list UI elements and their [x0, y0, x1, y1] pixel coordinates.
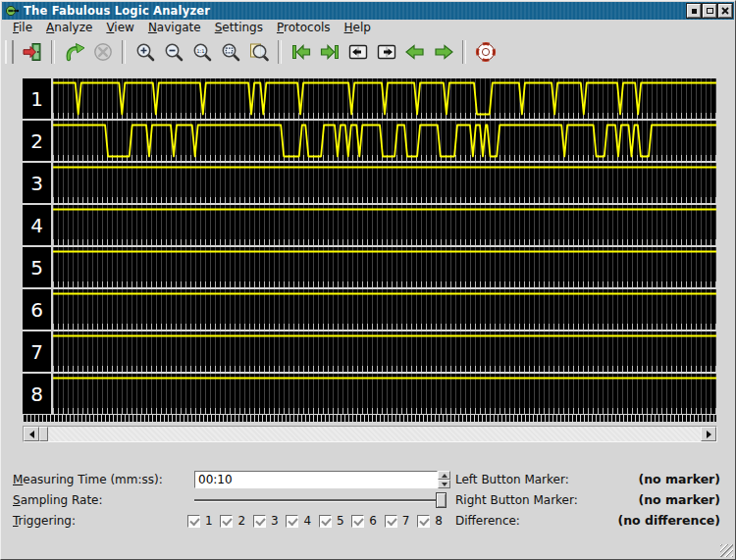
resize-grip[interactable]	[720, 544, 733, 557]
channel-label: 8	[23, 374, 51, 414]
zoom-in-button[interactable]	[131, 38, 158, 65]
right-marker-label: Right Button Marker:	[455, 491, 578, 509]
measuring-time-spinbox	[194, 471, 450, 488]
checkbox-label: 1	[205, 514, 213, 528]
difference-label: Difference:	[455, 512, 520, 530]
scroll-right-icon[interactable]	[701, 427, 716, 441]
page-left-button[interactable]	[344, 38, 371, 65]
menu-analyze[interactable]: Analyze	[39, 20, 99, 35]
quit-button[interactable]	[19, 38, 45, 65]
checkbox-icon[interactable]	[253, 515, 266, 528]
channel-waveform[interactable]	[53, 121, 716, 161]
channel-row-1: 1	[23, 78, 716, 119]
trigger-checkbox-2[interactable]: 2	[220, 514, 245, 528]
checkbox-icon[interactable]	[286, 515, 298, 528]
trigger-checkbox-8[interactable]: 8	[417, 514, 443, 528]
toolbar-separator	[51, 40, 55, 64]
zoom-original-button[interactable]: 1:1	[188, 38, 215, 65]
channel-row-8: 8	[23, 374, 716, 414]
checkbox-label: 8	[435, 514, 443, 528]
trigger-checkbox-4[interactable]: 4	[286, 514, 311, 528]
checkbox-label: 4	[303, 514, 311, 528]
channel-label: 3	[23, 163, 51, 203]
left-marker-label: Left Button Marker:	[455, 471, 569, 488]
menu-help[interactable]: Help	[338, 20, 378, 35]
window-title: The Fabulous Logic Analyzer	[24, 4, 210, 18]
toolbar-separator	[462, 40, 466, 64]
slider-track	[194, 499, 446, 502]
app-window: The Fabulous Logic Analyzer FileAnalyzeV…	[0, 0, 736, 560]
page-right-button[interactable]	[373, 38, 399, 65]
toolbar-drag-handle[interactable]	[5, 40, 14, 64]
trigger-channel-checkboxes: 12345678	[187, 512, 443, 530]
menu-navigate[interactable]: Navigate	[141, 20, 208, 35]
scrollbar-thumb[interactable]	[39, 427, 48, 441]
menu-file[interactable]: File	[6, 20, 39, 35]
trigger-checkbox-7[interactable]: 7	[385, 514, 410, 528]
go-last-button[interactable]	[316, 38, 342, 65]
scroll-left-icon[interactable]	[24, 427, 39, 441]
channel-row-5: 5	[23, 247, 716, 287]
timeline-tick-strip	[23, 415, 716, 422]
checkbox-label: 5	[337, 514, 344, 528]
trigger-checkbox-6[interactable]: 6	[351, 514, 377, 528]
minimize-icon[interactable]	[687, 4, 701, 18]
channel-row-7: 7	[23, 331, 716, 372]
help-button[interactable]	[472, 38, 499, 65]
stop-button	[89, 38, 116, 65]
channel-waveform[interactable]	[53, 78, 716, 119]
menu-settings[interactable]: Settings	[208, 20, 270, 35]
channel-waveform[interactable]	[53, 289, 716, 330]
checkbox-label: 2	[237, 514, 245, 528]
toolbar-separator	[122, 40, 126, 64]
checkbox-label: 3	[271, 514, 279, 528]
channel-label: 7	[23, 331, 51, 372]
left-marker-value: (no marker)	[638, 471, 720, 488]
go-previous-button[interactable]	[401, 38, 428, 65]
zoom-out-button[interactable]	[160, 38, 186, 65]
checkbox-icon[interactable]	[220, 515, 233, 528]
channel-waveform[interactable]	[53, 374, 716, 414]
channel-waveform[interactable]	[53, 205, 716, 245]
slider-handle[interactable]	[436, 492, 447, 508]
acquire-button[interactable]	[61, 38, 87, 65]
checkbox-icon[interactable]	[319, 515, 332, 528]
spin-up-icon[interactable]	[438, 471, 450, 480]
channel-row-4: 4	[23, 205, 716, 245]
menu-protocols[interactable]: Protocols	[270, 20, 338, 35]
checkbox-label: 7	[402, 514, 410, 528]
channel-waveform[interactable]	[53, 331, 716, 372]
close-icon[interactable]	[718, 4, 732, 18]
channel-label: 4	[23, 205, 51, 245]
sampling-rate-label: Sampling Rate:	[13, 491, 103, 509]
menu-bar: FileAnalyzeViewNavigateSettingsProtocols…	[2, 20, 734, 35]
checkbox-icon[interactable]	[385, 515, 397, 528]
measuring-time-input[interactable]	[194, 471, 438, 488]
window-controls	[687, 4, 732, 18]
title-bar[interactable]: The Fabulous Logic Analyzer	[2, 2, 734, 20]
channel-label: 2	[23, 121, 51, 161]
sampling-rate-slider[interactable]	[194, 491, 450, 509]
spin-down-icon[interactable]	[438, 480, 450, 488]
trigger-checkbox-5[interactable]: 5	[319, 514, 344, 528]
trigger-checkbox-1[interactable]: 1	[187, 514, 213, 528]
channel-label: 1	[23, 78, 51, 119]
zoom-region-button[interactable]	[245, 38, 272, 65]
svg-text:1:1: 1:1	[196, 47, 204, 53]
checkbox-icon[interactable]	[417, 515, 430, 528]
trigger-checkbox-3[interactable]: 3	[253, 514, 279, 528]
checkbox-label: 6	[369, 514, 377, 528]
maximize-icon[interactable]	[703, 4, 716, 18]
channel-waveform[interactable]	[53, 247, 716, 287]
channel-row-6: 6	[23, 289, 716, 330]
checkbox-icon[interactable]	[351, 515, 364, 528]
channel-waveform[interactable]	[53, 163, 716, 203]
menu-view[interactable]: View	[99, 20, 140, 35]
checkbox-icon[interactable]	[187, 515, 200, 528]
horizontal-scrollbar[interactable]	[23, 426, 717, 442]
go-first-button[interactable]	[288, 38, 314, 65]
channel-label: 6	[23, 289, 51, 330]
toolbar-separator	[278, 40, 282, 64]
zoom-fit-button[interactable]	[217, 38, 243, 65]
go-next-button[interactable]	[430, 38, 456, 65]
